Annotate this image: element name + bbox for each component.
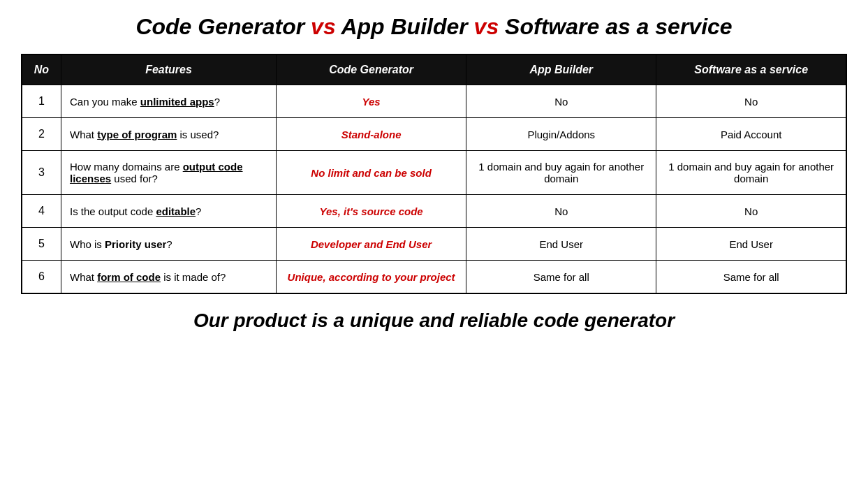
row-number: 6 xyxy=(22,261,61,294)
col-header-cg: Code Generator xyxy=(277,54,466,85)
table-row: 2What type of program is used?Stand-alon… xyxy=(22,118,846,151)
row-number: 2 xyxy=(22,118,61,151)
col-header-ab: App Builder xyxy=(466,54,656,85)
cg-value: No limit and can be sold xyxy=(277,151,466,195)
saas-value: 1 domain and buy again for another domai… xyxy=(656,151,846,195)
col-header-saas: Software as a service xyxy=(656,54,846,85)
table-row: 6What form of code is it made of?Unique,… xyxy=(22,261,846,294)
saas-value: Paid Account xyxy=(656,118,846,151)
row-number: 1 xyxy=(22,85,61,118)
cg-value: Developer and End User xyxy=(277,228,466,261)
col-header-no: No xyxy=(22,54,61,85)
ab-value: End User xyxy=(466,228,656,261)
ab-value: No xyxy=(466,195,656,228)
col-header-features: Features xyxy=(61,54,276,85)
saas-value: No xyxy=(656,85,846,118)
row-number: 5 xyxy=(22,228,61,261)
ab-value: 1 domain and buy again for another domai… xyxy=(466,151,656,195)
saas-value: Same for all xyxy=(656,261,846,294)
ab-value: No xyxy=(466,85,656,118)
row-number: 4 xyxy=(22,195,61,228)
table-row: 1Can you make unlimited apps?YesNoNo xyxy=(22,85,846,118)
cg-value: Stand-alone xyxy=(277,118,466,151)
feature-description: How many domains are output code license… xyxy=(61,151,276,195)
footer-tagline: Our product is a unique and reliable cod… xyxy=(21,310,847,332)
row-number: 3 xyxy=(22,151,61,195)
feature-description: What form of code is it made of? xyxy=(61,261,276,294)
feature-description: Is the output code editable? xyxy=(61,195,276,228)
table-row: 5Who is Priority user?Developer and End … xyxy=(22,228,846,261)
cg-value: Yes xyxy=(277,85,466,118)
feature-description: What type of program is used? xyxy=(61,118,276,151)
comparison-table: No Features Code Generator App Builder S… xyxy=(21,54,847,294)
feature-description: Can you make unlimited apps? xyxy=(61,85,276,118)
feature-description: Who is Priority user? xyxy=(61,228,276,261)
saas-value: End User xyxy=(656,228,846,261)
table-row: 3How many domains are output code licens… xyxy=(22,151,846,195)
table-row: 4Is the output code editable?Yes, it's s… xyxy=(22,195,846,228)
cg-value: Yes, it's source code xyxy=(277,195,466,228)
ab-value: Plugin/Addons xyxy=(466,118,656,151)
cg-value: Unique, according to your project xyxy=(277,261,466,294)
ab-value: Same for all xyxy=(466,261,656,294)
saas-value: No xyxy=(656,195,846,228)
page-title: Code Generator vs App Builder vs Softwar… xyxy=(21,14,847,40)
